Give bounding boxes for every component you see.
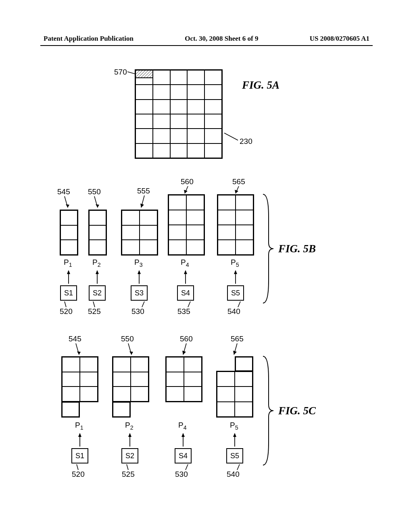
lead [233, 343, 241, 356]
fig5c-label: FIG. 5C [278, 405, 316, 417]
fig5c-sbox-s2: S2 [121, 448, 138, 463]
fig5b-label: FIG. 5B [278, 243, 316, 255]
fig5c-ref-550: 550 [121, 335, 134, 343]
fig5b-arrow-s5 [234, 270, 238, 284]
fig5a-grid [135, 69, 223, 159]
fig5b-brace [261, 193, 275, 305]
fig5b-ref-560: 560 [181, 177, 194, 186]
fig5c-P1: P1 [75, 421, 83, 431]
lead [127, 343, 134, 356]
svg-marker-11 [184, 190, 188, 193]
fig5a-label: FIG. 5A [242, 79, 280, 91]
lead [75, 343, 81, 356]
fig5c-ref-565: 565 [231, 335, 244, 343]
fig5b-arrow-s1 [67, 270, 71, 284]
fig5b-sbox-s3: S3 [131, 285, 148, 301]
fig5c-grid-p4 [165, 356, 202, 402]
svg-marker-38 [78, 433, 81, 437]
svg-line-45 [77, 464, 78, 470]
fig5b-grid-p3 [121, 210, 158, 256]
fig5c-grid-p2 [112, 356, 149, 418]
fig5b-ref-535: 535 [177, 307, 190, 316]
fig5a-ref-230: 230 [240, 137, 252, 146]
fig5c-ref-545: 545 [69, 335, 81, 343]
fig5b-sbox-s4: S4 [177, 285, 194, 301]
fig5b-grid-p4 [168, 194, 205, 256]
fig5b-arrow-s3 [137, 270, 141, 284]
fig5b-P3: P3 [134, 258, 143, 268]
fig5c-ref-530: 530 [175, 470, 188, 479]
svg-line-25 [93, 301, 95, 307]
svg-line-24 [65, 301, 66, 307]
fig5b-grid-p1 [60, 210, 78, 256]
fig5c-P2: P2 [125, 421, 133, 431]
svg-line-28 [238, 301, 240, 307]
lead [126, 464, 130, 471]
svg-marker-15 [67, 270, 70, 274]
fig5c-arrow-s1 [78, 433, 82, 447]
fig5b-ref-525: 525 [88, 307, 101, 316]
fig5a-ref-570: 570 [114, 68, 127, 77]
svg-marker-21 [184, 270, 187, 274]
lead [94, 196, 100, 209]
fig5b-P2: P2 [92, 258, 101, 268]
fig5b-P5: P5 [231, 258, 239, 268]
svg-marker-44 [233, 433, 236, 437]
fig5c-ref-520: 520 [72, 470, 85, 479]
svg-marker-30 [77, 351, 81, 355]
svg-marker-32 [129, 351, 133, 355]
svg-marker-23 [234, 270, 237, 274]
fig5b-sbox-s5: S5 [227, 285, 244, 301]
svg-marker-13 [235, 190, 238, 193]
svg-marker-40 [128, 433, 131, 437]
lead [182, 343, 190, 356]
fig5b-grid-p2 [88, 210, 107, 256]
fig5c-sbox-s4: S4 [175, 448, 192, 463]
svg-marker-19 [138, 270, 141, 274]
lead [184, 186, 192, 195]
fig5b-ref-545: 545 [57, 187, 70, 196]
svg-line-26 [142, 301, 144, 307]
fig5c-sbox-s1: S1 [71, 448, 88, 463]
lead [76, 464, 80, 471]
header-center: Oct. 30, 2008 Sheet 6 of 9 [185, 35, 258, 43]
fig5c-arrow-s4 [181, 433, 185, 447]
fig5b-ref-530: 530 [131, 307, 144, 316]
fig5b-P4: P4 [181, 258, 189, 268]
fig5c-brace [261, 355, 275, 467]
svg-marker-7 [96, 204, 99, 208]
svg-marker-42 [181, 433, 185, 437]
svg-line-2 [127, 72, 135, 74]
fig5a-570-lead [127, 71, 136, 75]
lead [140, 195, 148, 209]
fig5b-ref-550: 550 [88, 187, 101, 196]
fig5b-arrow-s4 [184, 270, 188, 284]
fig5c-ref-560: 560 [180, 335, 193, 343]
lead [141, 301, 146, 308]
svg-rect-1 [135, 70, 153, 78]
lead [64, 196, 70, 209]
svg-marker-9 [140, 204, 144, 208]
lead [236, 464, 241, 471]
lead [235, 186, 243, 195]
svg-marker-5 [66, 204, 69, 208]
fig5c-P5: P5 [230, 421, 238, 431]
fig5c-P4: P4 [178, 421, 187, 431]
svg-marker-36 [233, 351, 237, 355]
fig5b-grid-p5 [217, 194, 254, 256]
fig5a-570-hatch [135, 69, 153, 78]
fig5c-arrow-s2 [128, 433, 132, 447]
fig5c-sbox-s5: S5 [226, 448, 243, 463]
svg-line-3 [224, 133, 238, 140]
lead [185, 464, 190, 471]
svg-line-27 [188, 301, 190, 307]
fig5c-ref-525: 525 [122, 470, 135, 479]
fig5c-grid-p1 [61, 356, 98, 418]
fig5b-ref-520: 520 [60, 307, 73, 316]
fig5c-arrow-s5 [233, 433, 237, 447]
lead [237, 301, 242, 308]
header-rule [40, 45, 373, 46]
svg-line-46 [127, 464, 128, 470]
lead [187, 301, 192, 308]
fig5b-P1: P1 [64, 258, 72, 268]
